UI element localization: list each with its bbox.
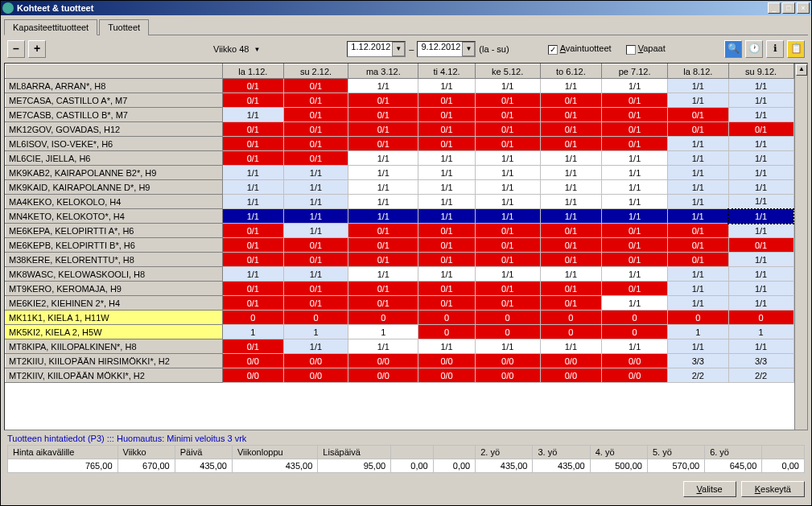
- capacity-cell[interactable]: 1/1: [475, 79, 540, 93]
- capacity-cell[interactable]: 1/1: [728, 253, 793, 267]
- capacity-cell[interactable]: 0/1: [348, 93, 418, 108]
- date-column-header[interactable]: ma 3.12.: [348, 64, 418, 79]
- capacity-cell[interactable]: 1/1: [540, 209, 602, 224]
- row-name-cell[interactable]: MA4KEKO, KELOKOLO, H4: [6, 195, 223, 209]
- capacity-cell[interactable]: 0: [728, 311, 793, 325]
- vapaat-checkbox[interactable]: Vapaat: [626, 43, 666, 54]
- capacity-cell[interactable]: 0/0: [223, 368, 284, 383]
- capacity-cell[interactable]: 0/1: [418, 296, 476, 311]
- capacity-cell[interactable]: 1/1: [728, 195, 793, 209]
- scroll-up-icon[interactable]: ▲: [796, 64, 807, 76]
- capacity-cell[interactable]: 1/1: [283, 267, 348, 282]
- row-name-cell[interactable]: MT8KIPA, KIILOPALKINEN*, H8: [6, 339, 223, 354]
- row-name-cell[interactable]: ME6KEPA, KELOPIRTTI A*, H6: [6, 224, 223, 238]
- capacity-cell[interactable]: 0: [348, 311, 418, 325]
- capacity-cell[interactable]: 1/1: [418, 195, 476, 209]
- capacity-cell[interactable]: 0/1: [668, 238, 729, 253]
- capacity-cell[interactable]: 0/1: [223, 122, 284, 137]
- capacity-cell[interactable]: 0/1: [668, 253, 729, 267]
- capacity-cell[interactable]: 1/1: [540, 339, 602, 354]
- capacity-cell[interactable]: 0/1: [540, 224, 602, 238]
- capacity-cell[interactable]: 1/1: [728, 108, 793, 122]
- close-button[interactable]: ×: [797, 2, 810, 14]
- capacity-cell[interactable]: 1/1: [348, 166, 418, 180]
- capacity-cell[interactable]: 1/1: [728, 79, 793, 93]
- capacity-cell[interactable]: 0/1: [602, 224, 668, 238]
- capacity-cell[interactable]: 0/1: [283, 296, 348, 311]
- capacity-cell[interactable]: 1/1: [602, 267, 668, 282]
- capacity-cell[interactable]: 1/1: [283, 224, 348, 238]
- search-icon[interactable]: 🔍: [724, 40, 742, 58]
- capacity-cell[interactable]: 0/0: [540, 368, 602, 383]
- capacity-cell[interactable]: 1/1: [602, 180, 668, 195]
- capacity-cell[interactable]: 3/3: [728, 354, 793, 368]
- capacity-cell[interactable]: 0: [540, 325, 602, 339]
- capacity-cell[interactable]: 1/1: [728, 93, 793, 108]
- capacity-cell[interactable]: 0/1: [475, 253, 540, 267]
- capacity-cell[interactable]: 0/1: [348, 238, 418, 253]
- capacity-cell[interactable]: 0/1: [418, 122, 476, 137]
- week-dropdown-icon[interactable]: ▼: [253, 46, 260, 53]
- properties-icon[interactable]: 📋: [787, 40, 805, 58]
- row-name-cell[interactable]: ME7CASA, CASTILLO A*, M7: [6, 93, 223, 108]
- capacity-cell[interactable]: 0/1: [223, 224, 284, 238]
- capacity-cell[interactable]: 0/0: [283, 354, 348, 368]
- capacity-cell[interactable]: 1/1: [418, 209, 476, 224]
- capacity-cell[interactable]: 1/1: [223, 108, 284, 122]
- capacity-cell[interactable]: 2/2: [668, 368, 729, 383]
- row-name-cell[interactable]: MK8WASC, KELOWASKOOLI, H8: [6, 267, 223, 282]
- row-name-cell[interactable]: MK11K1, KIELA 1, H11W: [6, 311, 223, 325]
- capacity-cell[interactable]: 1/1: [668, 296, 729, 311]
- capacity-cell[interactable]: 0/1: [348, 122, 418, 137]
- capacity-cell[interactable]: 0/1: [348, 296, 418, 311]
- capacity-cell[interactable]: 1: [668, 325, 729, 339]
- capacity-cell[interactable]: 1/1: [602, 209, 668, 224]
- capacity-cell[interactable]: 0/1: [475, 296, 540, 311]
- capacity-cell[interactable]: 1/1: [728, 339, 793, 354]
- capacity-cell[interactable]: 1/1: [475, 151, 540, 166]
- capacity-cell[interactable]: 1/1: [540, 166, 602, 180]
- capacity-cell[interactable]: 0/1: [283, 122, 348, 137]
- row-name-cell[interactable]: MT2KIIV, KIILOPÄÄN MÖKKI*, H2: [6, 368, 223, 383]
- capacity-cell[interactable]: 1/1: [348, 339, 418, 354]
- capacity-cell[interactable]: 0/0: [475, 368, 540, 383]
- capacity-cell[interactable]: 0/1: [348, 282, 418, 296]
- info-icon[interactable]: ℹ: [766, 40, 784, 58]
- capacity-cell[interactable]: 0/0: [283, 368, 348, 383]
- capacity-cell[interactable]: 1/1: [418, 180, 476, 195]
- capacity-cell[interactable]: 0/0: [475, 354, 540, 368]
- capacity-cell[interactable]: 1/1: [668, 195, 729, 209]
- row-name-cell[interactable]: ME6KEPB, KELOPIRTTI B*, H6: [6, 238, 223, 253]
- capacity-cell[interactable]: 0/1: [728, 122, 793, 137]
- capacity-cell[interactable]: 0/1: [418, 224, 476, 238]
- capacity-cell[interactable]: 0/1: [418, 238, 476, 253]
- keskeyta-button[interactable]: Keskeytä: [741, 481, 805, 497]
- capacity-cell[interactable]: 0/1: [223, 238, 284, 253]
- date-column-header[interactable]: su 9.12.: [728, 64, 793, 79]
- capacity-cell[interactable]: 1/1: [668, 166, 729, 180]
- capacity-cell[interactable]: 0/1: [602, 282, 668, 296]
- capacity-cell[interactable]: 0/0: [348, 368, 418, 383]
- row-name-cell[interactable]: MN4KETO, KELOKOTO*, H4: [6, 209, 223, 224]
- capacity-cell[interactable]: 0/1: [418, 93, 476, 108]
- capacity-cell[interactable]: 0/1: [348, 137, 418, 151]
- capacity-cell[interactable]: 1/1: [475, 180, 540, 195]
- capacity-cell[interactable]: 1/1: [348, 195, 418, 209]
- capacity-cell[interactable]: 1/1: [475, 166, 540, 180]
- capacity-cell[interactable]: 0/0: [418, 354, 476, 368]
- capacity-cell[interactable]: 0/1: [540, 108, 602, 122]
- capacity-cell[interactable]: 0: [223, 311, 284, 325]
- capacity-cell[interactable]: 1/1: [668, 282, 729, 296]
- capacity-cell[interactable]: 0/1: [283, 238, 348, 253]
- row-name-cell[interactable]: ME6KIE2, KIEHINEN 2*, H4: [6, 296, 223, 311]
- capacity-cell[interactable]: 1/1: [668, 180, 729, 195]
- tab-tuotteet[interactable]: Tuotteet: [99, 19, 149, 35]
- capacity-cell[interactable]: 0/1: [223, 253, 284, 267]
- capacity-cell[interactable]: 1/1: [223, 166, 284, 180]
- valitse-button[interactable]: Valitse: [683, 481, 736, 497]
- capacity-cell[interactable]: 1/1: [540, 195, 602, 209]
- capacity-cell[interactable]: 1/1: [283, 209, 348, 224]
- capacity-cell[interactable]: 1: [223, 325, 284, 339]
- capacity-cell[interactable]: 1/1: [668, 137, 729, 151]
- vertical-scrollbar[interactable]: ▲: [794, 64, 807, 430]
